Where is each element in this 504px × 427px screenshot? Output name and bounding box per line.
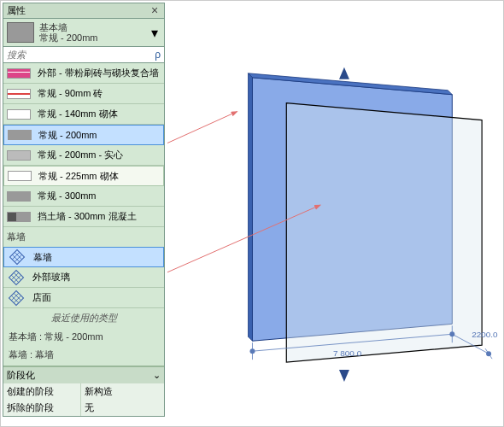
phase-header[interactable]: 阶段化 ⌄ (3, 367, 164, 383)
wall-swatch-icon (7, 68, 31, 79)
phase-row: 创建的阶段新构造 (3, 383, 164, 400)
recent-list: 基本墙 : 常规 - 200mm幕墙 : 幕墙 (3, 328, 164, 364)
phase-value[interactable]: 无 (80, 400, 164, 416)
list-item-label: 幕墙 (33, 251, 52, 264)
drag-handle-top[interactable] (339, 67, 349, 79)
list-item-label: 常规 - 90mm 砖 (38, 87, 103, 100)
list-item-label: 常规 - 200mm - 实心 (38, 149, 123, 161)
curtain-wall-icon (7, 268, 26, 287)
list-item[interactable]: 外部 - 带粉刷砖与砌块复合墙 (3, 63, 164, 84)
phase-section: 阶段化 ⌄ 创建的阶段新构造拆除的阶段无 (3, 366, 164, 416)
type-list: 外部 - 带粉刷砖与砌块复合墙常规 - 90mm 砖常规 - 140mm 砌体常… (3, 63, 164, 227)
category-header-curtain: 幕墙 (3, 227, 164, 247)
list-item[interactable]: 常规 - 140mm 砌体 (3, 104, 164, 125)
wall-swatch-icon (7, 191, 31, 202)
chevron-down-icon: ⌄ (153, 370, 161, 381)
svg-rect-14 (9, 270, 24, 284)
phase-value[interactable]: 新构造 (80, 383, 164, 400)
list-item[interactable]: 常规 - 200mm (3, 125, 164, 145)
chevron-down-icon: ▾ (151, 25, 158, 41)
search-icon[interactable]: ρ (155, 49, 161, 61)
dimension-value[interactable]: 7 800.0 (333, 348, 362, 358)
list-item[interactable]: 常规 - 300mm (3, 186, 164, 207)
type-selector-text: 基本墙 常规 - 200mm (39, 22, 149, 43)
list-item[interactable]: 常规 - 90mm 砖 (3, 84, 164, 104)
list-item-label: 常规 - 300mm (38, 190, 96, 202)
viewport-3d[interactable]: 7 800.0 2200.0 (167, 1, 503, 426)
list-item-label: 外部 - 带粉刷砖与砌块复合墙 (38, 67, 159, 79)
type-dropdown-arrow[interactable]: ▾ (149, 26, 161, 38)
properties-panel: 属性 × 基本墙 常规 - 200mm ▾ ρ 外部 - 带粉刷砖与砌块复合墙常… (3, 3, 165, 417)
list-item-label: 店面 (32, 291, 51, 304)
wall-swatch-icon (7, 212, 31, 222)
search-input[interactable] (7, 50, 155, 60)
annotation-arrow-1 (167, 112, 237, 144)
list-item-label: 挡土墙 - 300mm 混凝土 (38, 210, 137, 223)
type-family: 基本墙 (39, 22, 149, 32)
phase-row: 拆除的阶段无 (3, 400, 164, 416)
curtain-list: 幕墙外部玻璃店面 (3, 247, 164, 308)
wall-curtain[interactable] (286, 103, 482, 362)
wall-swatch-icon (7, 109, 31, 120)
panel-close-button[interactable]: × (149, 5, 161, 17)
wall-solid-side (249, 73, 253, 341)
recent-header: 最近使用的类型 (3, 308, 164, 328)
list-item[interactable]: 常规 - 225mm 砌体 (3, 166, 164, 186)
list-item[interactable]: 常规 - 200mm - 实心 (3, 145, 164, 166)
list-item[interactable]: 挡土墙 - 300mm 混凝土 (3, 207, 164, 227)
list-item-label: 常规 - 140mm 砌体 (38, 108, 118, 120)
wall-swatch-icon (7, 89, 31, 99)
wall-swatch-icon (8, 130, 32, 140)
list-item-label: 常规 - 225mm 砌体 (38, 170, 119, 183)
wall-swatch-icon (7, 150, 31, 161)
wall-swatch-icon (8, 171, 32, 181)
recent-item[interactable]: 幕墙 : 幕墙 (3, 346, 164, 364)
panel-header: 属性 × (3, 3, 164, 19)
svg-rect-9 (10, 250, 25, 265)
list-item[interactable]: 店面 (3, 288, 164, 308)
panel-title: 属性 (7, 4, 149, 17)
dimension-value[interactable]: 2200.0 (472, 330, 498, 339)
curtain-wall-icon (8, 248, 26, 266)
type-name: 常规 - 200mm (39, 32, 149, 43)
search-row: ρ (3, 47, 164, 63)
type-selector-swatch (7, 22, 34, 43)
phase-key: 拆除的阶段 (3, 400, 80, 416)
phase-key: 创建的阶段 (3, 383, 80, 400)
list-item[interactable]: 外部玻璃 (3, 267, 164, 288)
recent-item[interactable]: 基本墙 : 常规 - 200mm (3, 328, 164, 346)
type-selector[interactable]: 基本墙 常规 - 200mm ▾ (3, 19, 164, 47)
curtain-wall-icon (7, 289, 26, 307)
svg-rect-19 (9, 290, 24, 305)
phase-rows: 创建的阶段新构造拆除的阶段无 (3, 383, 164, 416)
list-item[interactable]: 幕墙 (3, 247, 164, 267)
drag-handle-bottom[interactable] (339, 370, 349, 382)
list-item-label: 外部玻璃 (32, 271, 70, 284)
list-item-label: 常规 - 200mm (38, 129, 97, 142)
phase-header-label: 阶段化 (7, 369, 35, 382)
